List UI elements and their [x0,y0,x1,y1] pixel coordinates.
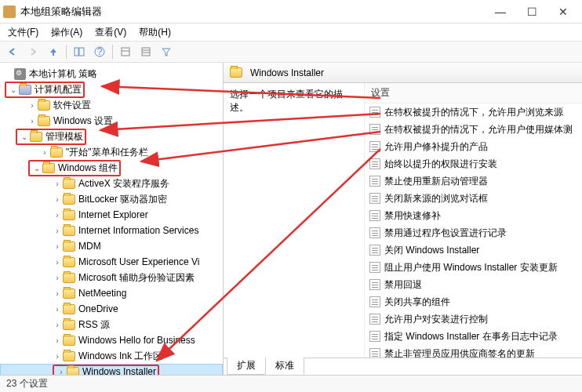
maximize-button[interactable]: ☐ [516,1,547,23]
folder-icon [63,320,75,330]
tree-item[interactable]: ›Microsoft 辅助身份验证因素 [0,270,223,285]
expand-icon[interactable]: › [52,195,63,204]
expand-icon[interactable]: › [27,101,38,110]
expand-icon[interactable]: › [52,211,63,220]
folder-icon [63,289,75,299]
menu-file[interactable]: 文件(F) [2,24,45,41]
setting-item[interactable]: 关闭共享的组件 [365,293,582,310]
setting-label: 关闭新来源的浏览对话框 [384,192,488,205]
folder-icon [63,194,75,205]
expand-icon[interactable]: ⌄ [19,132,30,141]
tree-start-taskbar[interactable]: › "开始"菜单和任务栏 [0,144,223,160]
setting-item[interactable]: 关闭 Windows Installer [365,241,582,259]
view-details-button[interactable] [116,43,135,60]
tree-label: OneDrive [78,303,118,314]
folder-icon [19,85,31,95]
back-button[interactable] [3,43,22,60]
folder-icon [63,304,75,314]
setting-item[interactable]: 禁用快速修补 [365,207,582,224]
tree-item[interactable]: ›Windows Hello for Business [0,332,223,348]
tree-label: BitLocker 驱动器加密 [78,193,167,206]
tree-windows-components[interactable]: ⌄ Windows 组件 [0,160,223,176]
expand-icon[interactable]: › [52,336,63,345]
close-button[interactable]: ✕ [547,1,579,23]
setting-item[interactable]: 在特权被提升的情况下，允许用户使用媒体测 [365,121,582,138]
setting-item[interactable]: 阻止用户使用 Windows Installer 安装更新 [365,259,582,276]
expand-icon[interactable]: › [52,289,63,298]
tree-item[interactable]: ›NetMeeting [0,285,223,301]
menu-view[interactable]: 查看(V) [89,24,133,41]
tree-pane[interactable]: 本地计算机 策略 ⌄ 计算机配置 › 软件设置 › Windows 设置 ⌄ 管… [0,63,224,375]
expand-icon[interactable]: › [52,227,63,235]
expand-icon[interactable]: › [52,352,63,361]
setting-item[interactable]: 禁用回退 [365,276,582,293]
folder-icon [42,163,55,173]
tree-item[interactable]: ›Microsoft User Experience Vi [0,254,223,270]
expand-icon[interactable]: › [56,368,67,376]
expand-icon[interactable]: › [52,274,63,282]
tree-item[interactable]: ›Windows Installer [0,364,223,375]
expand-icon[interactable]: › [52,305,63,314]
app-icon [3,5,16,18]
setting-item[interactable]: 在特权被提升的情况下，允许用户浏览来源 [365,103,582,121]
minimize-button[interactable]: — [485,1,516,23]
filter-icon[interactable] [157,43,176,60]
title-bar: 本地组策略编辑器 — ☐ ✕ [0,0,582,24]
setting-icon [369,107,380,118]
tree-item[interactable]: ›Internet Information Services [0,223,223,238]
tree-item[interactable]: ›Windows Ink 工作区 [0,348,223,364]
tree-admin-templates[interactable]: ⌄ 管理模板 [0,129,223,144]
setting-icon [369,176,380,187]
expand-icon[interactable]: ⌄ [31,164,42,172]
forward-button[interactable] [24,43,42,60]
tab-extended[interactable]: 扩展 [227,358,266,375]
setting-icon [369,227,380,238]
setting-label: 始终以提升的权限进行安装 [384,158,497,171]
expand-icon[interactable]: › [52,321,63,329]
show-hide-tree-button[interactable] [70,43,89,60]
expand-icon[interactable]: › [52,242,63,251]
expand-icon[interactable]: › [39,148,50,157]
svg-rect-0 [75,48,78,56]
tab-standard[interactable]: 标准 [265,358,304,375]
setting-item[interactable]: 禁用通过程序包设置进行记录 [365,224,582,241]
column-header-setting[interactable]: 设置 [365,83,582,103]
tree-software-settings[interactable]: › 软件设置 [0,97,223,113]
content-area: 本地计算机 策略 ⌄ 计算机配置 › 软件设置 › Windows 设置 ⌄ 管… [0,63,582,375]
tree-computer-config[interactable]: ⌄ 计算机配置 [0,82,223,97]
menu-action[interactable]: 操作(A) [45,24,89,41]
settings-list[interactable]: 设置 在特权被提升的情况下，允许用户浏览来源在特权被提升的情况下，允许用户使用媒… [365,83,582,358]
up-button[interactable] [44,43,63,60]
folder-icon [50,147,63,158]
setting-icon [369,245,380,256]
tree-windows-settings[interactable]: › Windows 设置 [0,113,223,129]
expand-icon[interactable]: › [52,258,63,267]
expand-icon[interactable]: › [27,117,38,125]
setting-item[interactable]: 允许用户对安装进行控制 [365,310,582,328]
tree-item[interactable]: ›MDM [0,238,223,254]
tree-item[interactable]: ›BitLocker 驱动器加密 [0,191,223,207]
setting-item[interactable]: 允许用户修补提升的产品 [365,138,582,155]
tree-item[interactable]: ›ActiveX 安装程序服务 [0,176,223,191]
expand-icon[interactable]: ⌄ [8,85,19,94]
tree-item[interactable]: ›OneDrive [0,301,223,317]
window-title: 本地组策略编辑器 [20,5,485,19]
setting-item[interactable]: 指定 Windows Installer 在事务日志中记录 [365,328,582,345]
tree-item[interactable]: ›Internet Explorer [0,207,223,223]
tree-item[interactable]: ›RSS 源 [0,317,223,332]
tree-label: Windows Hello for Business [78,335,195,346]
menu-help[interactable]: 帮助(H) [133,24,177,41]
setting-item[interactable]: 关闭新来源的浏览对话框 [365,190,582,207]
expand-icon[interactable]: › [52,180,63,188]
help-icon[interactable]: ? [90,43,109,60]
toolbar-separator [66,45,67,59]
setting-label: 禁用通过程序包设置进行记录 [384,227,507,240]
setting-item[interactable]: 禁止非管理员应用供应商签名的更新 [365,345,582,358]
setting-item[interactable]: 禁止使用重新启动管理器 [365,172,582,190]
view-list-button[interactable] [136,43,155,60]
setting-item[interactable]: 始终以提升的权限进行安装 [365,155,582,172]
tree-root[interactable]: 本地计算机 策略 [0,66,223,82]
folder-icon [30,132,42,142]
tree-label: RSS 源 [78,318,110,332]
status-bar: 23 个设置 [0,375,582,392]
